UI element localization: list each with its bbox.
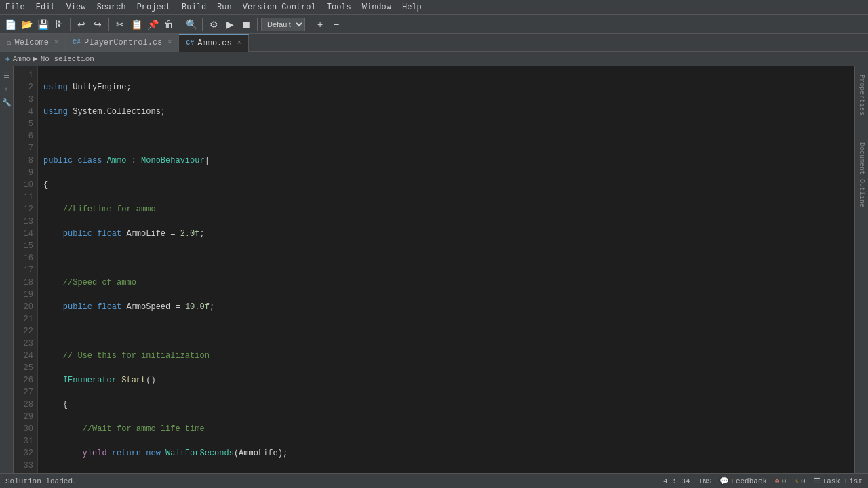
line-num-33: 33 xyxy=(16,460,33,472)
open-button[interactable]: 📂 xyxy=(19,17,34,32)
error-count: 0 xyxy=(782,477,787,485)
stop-button[interactable]: ⏹ xyxy=(239,17,254,32)
warnings-indicator[interactable]: ⚠ 0 xyxy=(794,476,805,485)
status-message: Solution loaded. xyxy=(5,477,658,485)
save-button[interactable]: 💾 xyxy=(35,17,50,32)
minus-button[interactable]: − xyxy=(329,17,344,32)
line-num-18: 18 xyxy=(16,277,33,289)
tab-playercontrol-label: PlayerControl.cs xyxy=(84,38,162,47)
code-content: 1 2 3 4 5 6 7 8 9 10 11 12 13 14 15 16 1… xyxy=(14,66,854,473)
code-line-6: //Lifetime for ammo xyxy=(43,203,849,216)
line-num-6: 6 xyxy=(16,130,33,142)
feedback-icon: 💬 xyxy=(719,476,729,485)
menu-help[interactable]: Help xyxy=(397,1,427,14)
line-num-20: 20 xyxy=(16,301,33,313)
code-line-5: { xyxy=(43,179,849,191)
line-num-11: 11 xyxy=(16,191,33,203)
right-sidebar: Properties Document Outline xyxy=(854,66,868,473)
breadcrumb: ◈ Ammo ▶ No selection xyxy=(0,52,868,66)
code-line-3 xyxy=(43,130,849,142)
code-line-7: public float AmmoLife = 2.0f; xyxy=(43,228,849,240)
position-value: 4 : 34 xyxy=(663,477,690,485)
menu-run[interactable]: Run xyxy=(212,1,237,14)
line-num-12: 12 xyxy=(16,203,33,216)
menu-project[interactable]: Project xyxy=(132,1,176,14)
menu-tools[interactable]: Tools xyxy=(321,1,357,14)
task-list-button[interactable]: ☰ Task List xyxy=(814,476,863,485)
redo-button[interactable]: ↪ xyxy=(90,17,105,32)
tab-playercontrol-close[interactable]: × xyxy=(167,39,172,46)
code-line-16: yield return new WaitForSeconds(AmmoLife… xyxy=(43,447,849,460)
sidebar-icon-1[interactable]: ☰ xyxy=(1,69,13,81)
cut-button[interactable]: ✂ xyxy=(113,17,127,32)
line-num-5: 5 xyxy=(16,118,33,130)
cs-icon-2: C# xyxy=(186,39,194,47)
code-line-2: using System.Collections; xyxy=(43,106,849,118)
add-button[interactable]: + xyxy=(313,17,328,32)
menu-edit[interactable]: Edit xyxy=(31,1,61,14)
line-numbers: 1 2 3 4 5 6 7 8 9 10 11 12 13 14 15 16 1… xyxy=(14,66,38,473)
menu-bar: File Edit View Search Project Build Run … xyxy=(0,0,868,15)
line-num-31: 31 xyxy=(16,435,33,447)
line-num-27: 27 xyxy=(16,386,33,399)
sidebar-icon-2[interactable]: ⚡ xyxy=(1,83,13,95)
separator-3 xyxy=(180,18,180,30)
line-num-9: 9 xyxy=(16,167,33,179)
breadcrumb-member[interactable]: No selection xyxy=(41,55,94,63)
line-num-26: 26 xyxy=(16,374,33,386)
line-num-4: 4 xyxy=(16,106,33,118)
find-button[interactable]: 🔍 xyxy=(184,17,199,32)
line-num-7: 7 xyxy=(16,142,33,155)
paste-button[interactable]: 📌 xyxy=(145,17,160,32)
line-num-14: 14 xyxy=(16,228,33,240)
line-num-17: 17 xyxy=(16,264,33,277)
insert-mode: INS xyxy=(698,477,711,485)
line-num-8: 8 xyxy=(16,155,33,167)
tab-ammo-close[interactable]: × xyxy=(237,39,241,47)
menu-file[interactable]: File xyxy=(0,1,31,14)
document-outline-label[interactable]: Document Outline xyxy=(858,142,865,207)
line-num-13: 13 xyxy=(16,216,33,228)
configuration-select[interactable]: Default xyxy=(261,18,305,31)
separator-5 xyxy=(257,18,258,30)
tab-ammo[interactable]: C# Ammo.cs × xyxy=(179,34,248,52)
properties-label[interactable]: Properties xyxy=(858,75,865,115)
code-line-4: public class Ammo : MonoBehaviour| xyxy=(43,155,849,167)
main-area: ☰ ⚡ 🔧 1 2 3 4 5 6 7 8 9 10 11 12 13 14 1… xyxy=(0,66,868,473)
menu-build[interactable]: Build xyxy=(176,1,212,14)
copy-button[interactable]: 📋 xyxy=(129,17,144,32)
undo-button[interactable]: ↩ xyxy=(74,17,89,32)
menu-view[interactable]: View xyxy=(61,1,92,14)
cs-icon-1: C# xyxy=(73,39,81,46)
errors-indicator[interactable]: ⊗ 0 xyxy=(775,476,786,485)
feedback-button[interactable]: 💬 Feedback xyxy=(719,476,767,485)
menu-search[interactable]: Search xyxy=(91,1,131,14)
tab-welcome-label: Welcome xyxy=(15,38,49,47)
code-lines[interactable]: using UnityEngine; using System.Collecti… xyxy=(38,66,854,473)
warning-icon: ⚠ xyxy=(794,476,799,485)
tab-playercontrol[interactable]: C# PlayerControl.cs × xyxy=(66,34,179,52)
tab-welcome-close[interactable]: × xyxy=(54,39,58,46)
tab-welcome[interactable]: ⌂ Welcome × xyxy=(0,34,66,52)
cursor-position: 4 : 34 xyxy=(663,477,690,485)
status-bar: Solution loaded. 4 : 34 INS 💬 Feedback ⊗… xyxy=(0,473,868,488)
sidebar-icon-3[interactable]: 🔧 xyxy=(1,96,13,108)
separator-1 xyxy=(70,18,71,30)
build-button[interactable]: ⚙ xyxy=(206,17,221,32)
menu-version-control[interactable]: Version Control xyxy=(237,1,321,14)
menu-window[interactable]: Window xyxy=(357,1,397,14)
code-line-1: using UnityEngine; xyxy=(43,81,849,94)
code-line-14: { xyxy=(43,399,849,411)
save-all-button[interactable]: 🗄 xyxy=(52,17,66,32)
code-line-15: //Wait for ammo life time xyxy=(43,423,849,435)
task-list-label: Task List xyxy=(823,477,863,485)
run-button[interactable]: ▶ xyxy=(222,17,237,32)
code-line-9: //Speed of ammo xyxy=(43,277,849,289)
breadcrumb-class[interactable]: Ammo xyxy=(13,55,31,63)
code-editor[interactable]: 1 2 3 4 5 6 7 8 9 10 11 12 13 14 15 16 1… xyxy=(14,66,854,473)
line-num-23: 23 xyxy=(16,338,33,350)
status-right: 4 : 34 INS 💬 Feedback ⊗ 0 ⚠ 0 ☰ Task Lis… xyxy=(663,476,863,485)
new-file-button[interactable]: 📄 xyxy=(3,17,18,32)
toolbar: 📄 📂 💾 🗄 ↩ ↪ ✂ 📋 📌 🗑 🔍 ⚙ ▶ ⏹ Default + − xyxy=(0,15,868,34)
delete-button[interactable]: 🗑 xyxy=(161,17,176,32)
